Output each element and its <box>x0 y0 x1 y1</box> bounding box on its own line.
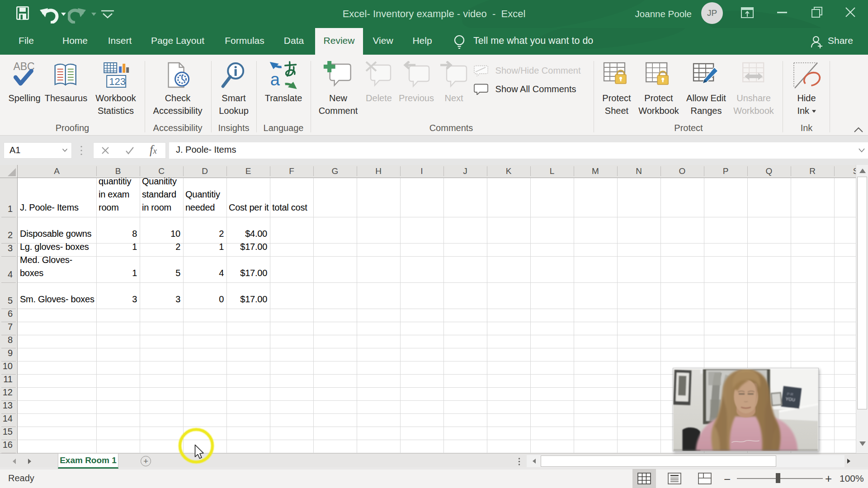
svg-text:a: a <box>270 70 280 89</box>
svg-text:P·R: P·R <box>787 392 793 397</box>
svg-text:123: 123 <box>109 76 126 87</box>
